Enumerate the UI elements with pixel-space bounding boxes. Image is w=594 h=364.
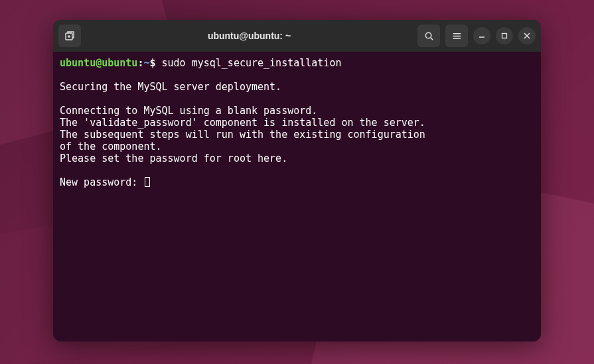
- window-title: ubuntu@ubuntu: ~: [81, 30, 417, 41]
- close-button[interactable]: [518, 27, 536, 44]
- output-line: The subsequent steps will run with the e…: [60, 129, 534, 141]
- output-line: Securing the MySQL server deployment.: [60, 81, 534, 93]
- menu-button[interactable]: [445, 25, 468, 47]
- new-tab-icon: [64, 30, 75, 41]
- terminal-cursor: [145, 177, 150, 187]
- password-prompt-text: New password:: [60, 176, 143, 188]
- svg-rect-2: [502, 34, 507, 38]
- svg-point-1: [425, 32, 431, 38]
- prompt-line: ubuntu@ubuntu:~$ sudo mysql_secure_insta…: [60, 57, 534, 69]
- hamburger-icon: [452, 31, 462, 41]
- output-line: [60, 164, 534, 176]
- prompt-symbol: $: [149, 57, 155, 69]
- minimize-icon: [478, 32, 486, 40]
- maximize-icon: [500, 32, 508, 40]
- prompt-user-host: ubuntu@ubuntu: [60, 57, 137, 69]
- terminal-window: ubuntu@ubuntu: ~: [53, 20, 541, 341]
- output-line: The 'validate_password' component is ins…: [60, 117, 534, 129]
- output-line: Connecting to MySQL using a blank passwo…: [60, 105, 534, 117]
- output-line: of the component.: [60, 141, 534, 152]
- minimize-button[interactable]: [473, 27, 490, 44]
- close-icon: [523, 32, 531, 40]
- output-line: [60, 93, 534, 105]
- terminal-body[interactable]: ubuntu@ubuntu:~$ sudo mysql_secure_insta…: [53, 52, 541, 341]
- search-icon: [424, 31, 434, 41]
- maximize-button[interactable]: [496, 27, 513, 44]
- new-tab-button[interactable]: [58, 25, 81, 47]
- output-line: Please set the password for root here.: [60, 152, 534, 164]
- titlebar[interactable]: ubuntu@ubuntu: ~: [53, 20, 541, 52]
- prompt-command: sudo mysql_secure_installation: [162, 57, 342, 69]
- password-prompt-line: New password:: [60, 176, 534, 188]
- search-button[interactable]: [417, 25, 440, 47]
- output-line: [60, 69, 534, 81]
